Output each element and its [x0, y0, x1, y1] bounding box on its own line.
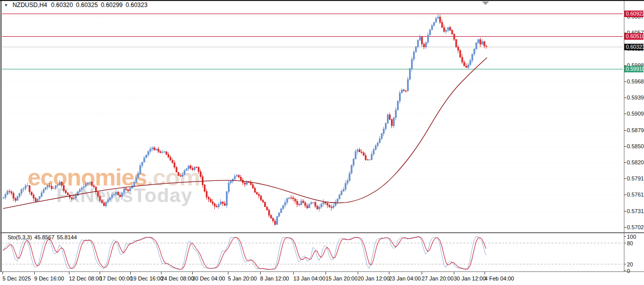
- time-tick-label: 23 Jan 04:00: [389, 275, 421, 281]
- chart-canvas[interactable]: [0, 0, 644, 285]
- time-tick-label: 9 Dec 16:00: [34, 275, 64, 281]
- price-tick-label: 0.57910: [627, 175, 644, 181]
- price-tick-label: 0.59095: [627, 111, 644, 117]
- stochastic-name: Sto(5,3,3): [8, 234, 32, 240]
- time-tick-label: 5 Jan 20:00: [228, 275, 257, 281]
- ohlc-high: 0.60325: [76, 2, 98, 9]
- time-tick-label: 12 Dec 08:00: [69, 275, 102, 281]
- time-tick-label: 20 Jan 12:00: [358, 275, 390, 281]
- ohlc-low: 0.60299: [101, 2, 122, 9]
- price-level-badge: 0.59910: [624, 66, 643, 72]
- price-level-badge: 0.60922: [624, 11, 643, 17]
- time-tick-label: 8 Jan 12:00: [260, 275, 289, 281]
- chart-shift-marker-icon: [482, 2, 489, 5]
- price-tick-label: 0.58795: [627, 127, 644, 133]
- stochastic-scale-label: 20: [627, 261, 633, 267]
- stochastic-scale-label: 100: [627, 234, 636, 240]
- price-tick-label: 0.57020: [627, 224, 644, 230]
- ohlc-open: 0.60320: [51, 2, 73, 9]
- chart-window: economies.com FxNewsToday ▼NZDUSD,H40.60…: [0, 0, 644, 285]
- time-tick-label: 30 Dec 04:00: [192, 275, 225, 281]
- symbol-timeframe: NZDUSD,H4: [13, 2, 47, 9]
- time-tick-label: 15 Jan 20:00: [326, 275, 358, 281]
- price-tick-label: 0.59685: [627, 78, 644, 84]
- stochastic-d-value: 55.8144: [57, 234, 77, 240]
- stochastic-k-value: 45.8567: [34, 234, 54, 240]
- time-axis: 5 Dec 20259 Dec 16:0012 Dec 08:0017 Dec …: [0, 275, 644, 285]
- stochastic-label: Sto(5,3,3)45.856755.8144: [8, 234, 79, 240]
- price-level-badge: 0.60323: [624, 44, 643, 50]
- price-level-badge: 0.60510: [624, 33, 643, 40]
- price-tick-label: 0.57615: [627, 192, 644, 198]
- stochastic-scale-label: 80: [627, 240, 633, 246]
- time-tick-label: 19 Dec 16:00: [130, 275, 163, 281]
- time-tick-label: 30 Jan 12:00: [454, 275, 486, 281]
- dropdown-arrow-icon[interactable]: ▼: [4, 3, 8, 8]
- time-tick-label: 5 Dec 2025: [3, 275, 31, 281]
- time-tick-label: 27 Jan 20:00: [422, 275, 454, 281]
- price-tick-label: 0.58500: [627, 143, 644, 149]
- ohlc-close: 0.60323: [126, 2, 147, 9]
- price-axis: 0.608700.605750.602800.599800.596850.593…: [624, 0, 644, 285]
- price-tick-label: 0.59390: [627, 94, 644, 101]
- time-tick-label: 17 Dec 00:00: [100, 275, 132, 281]
- time-tick-label: 24 Dec 08:00: [161, 275, 194, 281]
- price-tick-label: 0.58205: [627, 159, 644, 165]
- price-tick-label: 0.57315: [627, 208, 644, 214]
- symbol-header: ▼NZDUSD,H40.603200.603250.602990.60323: [4, 2, 150, 9]
- time-tick-label: 13 Jan 04:00: [293, 275, 326, 281]
- time-tick-label: 4 Feb 04:00: [485, 275, 514, 281]
- stochastic-scale-label: 0: [627, 268, 630, 274]
